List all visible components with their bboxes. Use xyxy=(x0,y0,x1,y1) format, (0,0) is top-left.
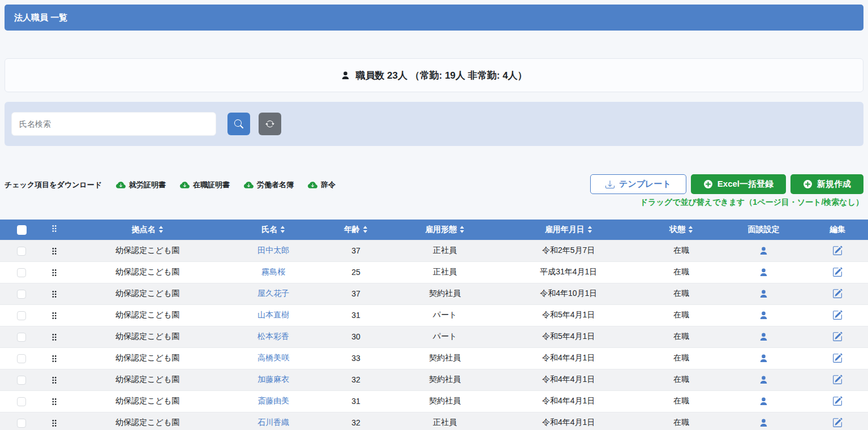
person-icon xyxy=(759,268,768,277)
drag-handle[interactable] xyxy=(50,419,58,427)
row-checkbox[interactable] xyxy=(17,247,26,256)
interview-settings-button[interactable] xyxy=(759,354,768,363)
interview-cell xyxy=(720,240,807,261)
download-link-appointment-letter[interactable]: 辞令 xyxy=(308,180,336,190)
sort-employment-type[interactable]: 雇用形態 xyxy=(425,225,465,235)
name-cell: 松本彩香 xyxy=(230,326,317,347)
hire-date-cell: 令和2年5月7日 xyxy=(495,240,642,261)
drag-handle[interactable] xyxy=(50,398,58,406)
person-icon xyxy=(341,71,350,80)
staff-count-text: 職員数 23人 （常勤: 19人 非常勤: 4人） xyxy=(355,69,527,82)
interview-settings-button[interactable] xyxy=(759,289,768,299)
employment-type-cell: パート xyxy=(395,304,495,326)
search-icon xyxy=(234,119,243,128)
edit-cell xyxy=(807,283,868,304)
interview-cell xyxy=(720,369,807,390)
edit-button[interactable] xyxy=(832,418,843,428)
refresh-icon xyxy=(265,119,274,128)
sort-status[interactable]: 状態 xyxy=(669,225,693,235)
create-new-button[interactable]: 新規作成 xyxy=(790,174,863,194)
interview-cell xyxy=(720,326,807,347)
interview-settings-button[interactable] xyxy=(759,246,768,256)
sort-name[interactable]: 氏名 xyxy=(261,225,285,235)
edit-button[interactable] xyxy=(832,353,843,363)
row-checkbox[interactable] xyxy=(17,354,26,363)
row-checkbox[interactable] xyxy=(17,333,26,342)
staff-table-header: 拠点名 氏名 年齢 雇用形態 xyxy=(0,220,868,240)
table-row: 幼保認定こども園 石川香織 32 正社員 令和4年4月1日 在職 xyxy=(0,412,868,430)
row-drag-cell xyxy=(44,261,65,283)
header-name: 氏名 xyxy=(230,220,317,240)
row-checkbox[interactable] xyxy=(17,419,26,428)
row-checkbox[interactable] xyxy=(17,397,26,406)
drag-handle[interactable] xyxy=(50,247,58,255)
interview-settings-button[interactable] xyxy=(759,418,768,428)
search-button[interactable] xyxy=(227,113,250,135)
status-cell: 在職 xyxy=(642,369,720,390)
status-cell: 在職 xyxy=(642,390,720,412)
drag-handle[interactable] xyxy=(50,290,58,298)
edit-button[interactable] xyxy=(832,289,843,299)
sort-hire-date[interactable]: 雇用年月日 xyxy=(545,225,592,235)
download-link-worker-roster[interactable]: 労働者名簿 xyxy=(244,180,294,190)
row-checkbox[interactable] xyxy=(17,311,26,320)
download-link-employment-certificate[interactable]: 就労証明書 xyxy=(116,180,166,190)
download-link-incumbency-certificate[interactable]: 在職証明書 xyxy=(180,180,230,190)
grip-icon xyxy=(50,333,58,341)
interview-settings-button[interactable] xyxy=(759,375,768,385)
edit-cell xyxy=(807,326,868,347)
status-cell: 在職 xyxy=(642,283,720,304)
drag-handle[interactable] xyxy=(50,333,58,341)
person-icon xyxy=(759,418,768,428)
interview-cell xyxy=(720,412,807,430)
edit-button[interactable] xyxy=(832,310,843,320)
sort-icon xyxy=(158,226,164,233)
select-all-checkbox[interactable] xyxy=(17,225,27,235)
drag-handle[interactable] xyxy=(50,355,58,363)
header-edit: 編集 xyxy=(807,220,868,240)
sort-site[interactable]: 拠点名 xyxy=(132,225,164,235)
staff-name-link[interactable]: 山本直樹 xyxy=(257,310,289,319)
staff-name-link[interactable]: 石川香織 xyxy=(257,418,289,427)
staff-name-link[interactable]: 高橋美咲 xyxy=(257,353,289,362)
hire-date-cell: 令和4年4月1日 xyxy=(495,347,642,369)
refresh-button[interactable] xyxy=(259,113,281,135)
interview-settings-button[interactable] xyxy=(759,397,768,406)
drag-handle[interactable] xyxy=(50,312,58,320)
edit-button[interactable] xyxy=(832,396,843,406)
staff-name-link[interactable]: 霧島桜 xyxy=(261,267,285,276)
create-button-label: 新規作成 xyxy=(817,179,851,190)
header-interview: 面談設定 xyxy=(720,220,807,240)
edit-button[interactable] xyxy=(832,332,843,342)
row-checkbox[interactable] xyxy=(17,290,26,299)
employment-type-cell: パート xyxy=(395,326,495,347)
grip-icon xyxy=(50,269,58,277)
row-checkbox[interactable] xyxy=(17,268,26,277)
staff-name-link[interactable]: 加藤麻衣 xyxy=(257,375,289,384)
excel-bulk-register-button[interactable]: Excel一括登録 xyxy=(691,174,786,194)
staff-name-link[interactable]: 松本彩香 xyxy=(257,332,289,341)
row-checkbox[interactable] xyxy=(17,376,26,385)
staff-name-link[interactable]: 斎藤由美 xyxy=(257,396,289,405)
edit-button[interactable] xyxy=(832,375,843,385)
edit-cell xyxy=(807,369,868,390)
sort-icon xyxy=(363,226,368,233)
grip-icon xyxy=(50,355,58,363)
staff-name-link[interactable]: 屋久花子 xyxy=(257,289,289,298)
drag-handle[interactable] xyxy=(50,269,58,277)
interview-settings-button[interactable] xyxy=(759,268,768,277)
interview-settings-button[interactable] xyxy=(759,332,768,342)
search-input[interactable] xyxy=(11,112,216,136)
staff-name-link[interactable]: 田中太郎 xyxy=(257,246,289,255)
staff-table-body: 幼保認定こども園 田中太郎 37 正社員 令和2年5月7日 在職 幼保認定こども… xyxy=(0,240,868,430)
edit-button[interactable] xyxy=(832,246,843,256)
sort-age[interactable]: 年齢 xyxy=(344,225,368,235)
employment-type-cell: 契約社員 xyxy=(395,283,495,304)
edit-button[interactable] xyxy=(832,267,843,277)
template-button[interactable]: テンプレート xyxy=(590,174,686,194)
age-cell: 30 xyxy=(317,326,395,347)
drag-handle[interactable] xyxy=(50,376,58,384)
grip-icon xyxy=(50,376,58,384)
interview-settings-button[interactable] xyxy=(759,311,768,320)
page-title: 法人職員 一覧 xyxy=(14,12,67,23)
